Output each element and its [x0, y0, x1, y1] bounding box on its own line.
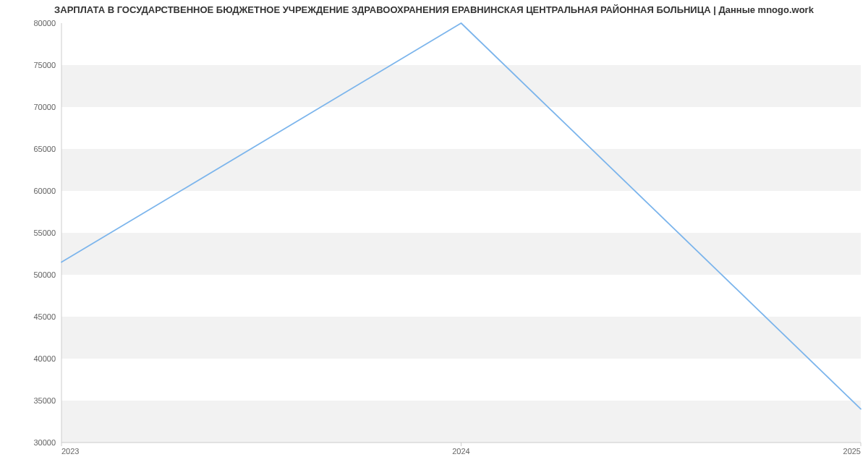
grid-band — [61, 149, 861, 191]
x-tick-label: 2025 — [843, 447, 861, 456]
y-tick-label: 30000 — [33, 438, 56, 447]
y-tick-label: 70000 — [33, 103, 56, 111]
y-tick-label: 50000 — [33, 270, 56, 279]
y-tick-label: 80000 — [33, 19, 56, 27]
line-chart: 3000035000400004500050000550006000065000… — [0, 16, 868, 464]
y-tick-label: 35000 — [33, 396, 56, 405]
y-tick-label: 40000 — [33, 354, 56, 363]
grid-band — [61, 233, 861, 275]
chart-title: ЗАРПЛАТА В ГОСУДАРСТВЕННОЕ БЮДЖЕТНОЕ УЧР… — [0, 0, 868, 15]
grid-band — [61, 317, 861, 359]
x-tick-label: 2023 — [61, 447, 79, 456]
x-tick-label: 2024 — [452, 447, 469, 456]
y-tick-label: 60000 — [33, 187, 56, 195]
chart-container: 3000035000400004500050000550006000065000… — [0, 16, 868, 464]
y-tick-label: 65000 — [33, 145, 56, 153]
grid-band — [61, 401, 861, 443]
y-tick-label: 45000 — [33, 312, 56, 321]
y-tick-label: 75000 — [33, 61, 56, 69]
grid-band — [61, 65, 861, 107]
y-tick-label: 55000 — [33, 228, 56, 237]
